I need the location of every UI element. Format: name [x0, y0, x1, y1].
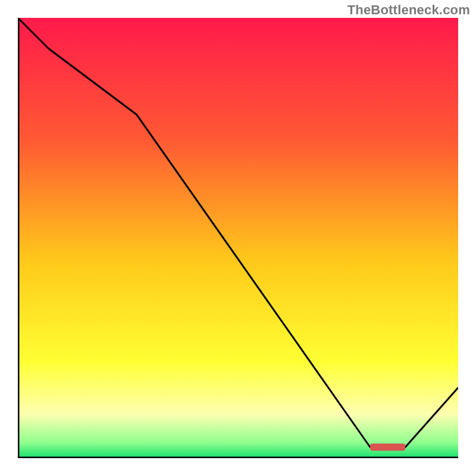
chart-container	[18, 18, 458, 458]
chart-svg	[18, 18, 458, 458]
chart-background	[18, 18, 458, 458]
watermark-text: TheBottleneck.com	[347, 2, 470, 18]
chart-marker	[370, 444, 405, 451]
